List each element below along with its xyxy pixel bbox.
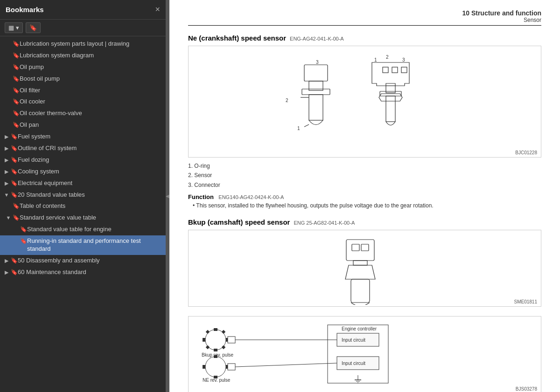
- sidebar-resizer[interactable]: [166, 0, 169, 392]
- svg-rect-13: [346, 240, 374, 261]
- sidebar-item-lube-parts-layout[interactable]: 🔖 Lubrication system parts layout | draw…: [0, 38, 166, 50]
- sidebar-item-fuel-dozing[interactable]: ▶ 🔖 Fuel dozing: [0, 154, 166, 166]
- svg-rect-15: [361, 244, 369, 251]
- sidebar-header: Bookmarks ×: [0, 0, 166, 20]
- sidebar-item-oil-cooler-thermo[interactable]: 🔖 Oil cooler thermo-valve: [0, 108, 166, 119]
- sidebar-close-button[interactable]: ×: [155, 5, 160, 14]
- expander-icon: ▶: [3, 257, 10, 264]
- subsection-title: Sensor: [188, 17, 541, 23]
- svg-rect-16: [353, 261, 367, 265]
- sidebar-item-fuel-system[interactable]: ▶ 🔖 Fuel system: [0, 131, 166, 143]
- bookmark-icon: 🔖: [10, 269, 18, 276]
- bookmark-icon: 🔖: [12, 214, 20, 222]
- ne-sensor-code: ENG-AG42-041-K-00-A: [290, 36, 344, 41]
- sidebar-item-table-of-contents[interactable]: 🔖 Table of contents: [0, 200, 166, 212]
- sidebar-item-label: 20 Standard value tables: [18, 191, 163, 199]
- sidebar-item-label: 60 Maintenance standard: [18, 268, 163, 276]
- svg-rect-8: [401, 67, 407, 73]
- sidebar-item-oil-filter[interactable]: 🔖 Oil filter: [0, 85, 166, 96]
- expander-icon: ▶: [3, 157, 10, 163]
- sidebar-item-cri-system[interactable]: ▶ 🔖 Outline of CRI system: [0, 143, 166, 154]
- svg-rect-3: [309, 95, 323, 120]
- sidebar-item-lube-diagram[interactable]: 🔖 Lubrication system diagram: [0, 50, 166, 62]
- svg-rect-29: [222, 345, 225, 349]
- circuit-svg: Engine controller Input circuit Input ci…: [192, 320, 426, 388]
- sidebar-item-label: Oil pump: [20, 63, 163, 71]
- expander-icon: ▼: [5, 214, 12, 221]
- function-code: ENG140-AG42-0424-K-00-A: [218, 194, 284, 200]
- bookmark-icon: 🔖: [10, 192, 18, 199]
- svg-rect-35: [203, 365, 205, 369]
- sidebar-item-label: Standard service value table: [20, 214, 163, 222]
- view-toggle-button[interactable]: ▦ ▾: [5, 22, 23, 33]
- bookmark-icon: 🔖: [12, 110, 20, 117]
- svg-rect-33: [214, 355, 217, 358]
- sidebar-item-label: Lubrication system diagram: [20, 52, 163, 60]
- sidebar-item-label: Oil pan: [20, 121, 163, 129]
- bookmark-icon: 🔖: [12, 122, 20, 129]
- label-3-left: 3: [316, 60, 319, 65]
- bkup-sensor-title: Bkup (camshaft) speed sensor: [188, 218, 290, 226]
- sidebar-title: Bookmarks: [6, 6, 44, 14]
- parts-list-item-3: 3. Connector: [188, 180, 541, 190]
- svg-line-38: [235, 363, 337, 367]
- sidebar-item-cooling-system[interactable]: ▶ 🔖 Cooling system: [0, 166, 166, 178]
- sidebar-item-oil-cooler[interactable]: 🔖 Oil cooler: [0, 96, 166, 108]
- ne-sensor-diagram-ref: BJC01228: [515, 150, 537, 155]
- bookmark-icon: 🔖: [20, 226, 27, 234]
- ne-sensor-svg: 3 2 1: [258, 51, 472, 153]
- svg-rect-7: [392, 67, 398, 73]
- svg-rect-22: [214, 328, 217, 331]
- sidebar-item-disassembly[interactable]: ▶ 🔖 50 Disassembly and assembly: [0, 255, 166, 267]
- bookmark-add-button[interactable]: 🔖: [26, 22, 41, 33]
- sidebar-item-standard-value-tables[interactable]: ▼ 🔖 20 Standard value tables: [0, 189, 166, 201]
- svg-rect-17: [351, 279, 370, 303]
- sidebar-item-std-value-engine[interactable]: 🔖 Standard value table for engine: [0, 224, 166, 235]
- sidebar-item-standard-service-value[interactable]: ▼ 🔖 Standard service value table: [0, 212, 166, 224]
- sidebar-item-label: Electrical equipment: [18, 179, 163, 187]
- ne-sensor-function: Function ENG140-AG42-0424-K-00-A • This …: [188, 193, 541, 209]
- bookmark-icon: 🔖: [10, 145, 18, 152]
- bkup-sensor-code: ENG 25-AG82-041-K-00-A: [294, 220, 355, 226]
- ne-sensor-parts-list: 1. O-ring 2. Sensor 3. Connector: [188, 161, 541, 190]
- sidebar-item-label: Cooling system: [18, 168, 163, 176]
- bookmark-icon: 🔖: [12, 52, 20, 60]
- svg-rect-26: [206, 330, 210, 334]
- main-content: 10 Structure and function Sensor Ne (cra…: [169, 0, 560, 392]
- bookmark-icon: 🔖: [12, 203, 20, 210]
- sidebar-item-label: Fuel system: [18, 133, 163, 141]
- sidebar-item-boost-oil-pump[interactable]: 🔖 Boost oil pump: [0, 73, 166, 85]
- sidebar-item-maintenance[interactable]: ▶ 🔖 60 Maintenance standard: [0, 267, 166, 278]
- bookmark-icon: 🔖: [12, 87, 20, 95]
- ne-pulse-label: NE rev. pulse: [203, 378, 231, 383]
- svg-line-5: [304, 124, 309, 127]
- expander-icon: ▶: [3, 180, 10, 186]
- svg-point-32: [205, 357, 226, 377]
- svg-rect-2: [302, 89, 330, 95]
- svg-rect-28: [206, 345, 210, 349]
- bookmark-icon: 🔖: [12, 41, 20, 48]
- sidebar-item-label: Oil cooler thermo-valve: [20, 110, 163, 117]
- label-2-right: 2: [386, 55, 389, 60]
- ne-sensor-heading: Ne (crankshaft) speed sensor ENG-AG42-04…: [188, 34, 541, 42]
- svg-rect-11: [386, 96, 395, 122]
- bookmark-icon: 🔖: [12, 76, 20, 83]
- bookmark-icon: 🔖: [20, 238, 27, 245]
- sidebar-item-label: Fuel dozing: [18, 156, 163, 164]
- svg-rect-24: [203, 338, 205, 342]
- sidebar-item-running-in-standard[interactable]: 🔖 Running-in standard and performance te…: [0, 235, 166, 255]
- sidebar-item-label: Outline of CRI system: [18, 144, 163, 152]
- bookmark-icon: 🔖: [10, 133, 18, 141]
- page-header: 10 Structure and function Sensor: [188, 9, 541, 26]
- svg-marker-12: [379, 94, 402, 101]
- sidebar-item-oil-pan[interactable]: 🔖 Oil pan: [0, 119, 166, 131]
- label-2-left: 2: [286, 98, 288, 103]
- sidebar-item-oil-pump[interactable]: 🔖 Oil pump: [0, 62, 166, 73]
- sidebar-item-label: Running-in standard and performance test…: [27, 237, 163, 253]
- bkup-sensor-diagram: SME01811: [188, 230, 541, 307]
- svg-rect-27: [222, 330, 225, 334]
- sidebar-item-label: 50 Disassembly and assembly: [18, 257, 163, 265]
- sidebar-item-electrical[interactable]: ▶ 🔖 Electrical equipment: [0, 178, 166, 189]
- circuit-diagram-ref: BJS03278: [516, 386, 537, 392]
- parts-list-item-1: 1. O-ring: [188, 161, 541, 171]
